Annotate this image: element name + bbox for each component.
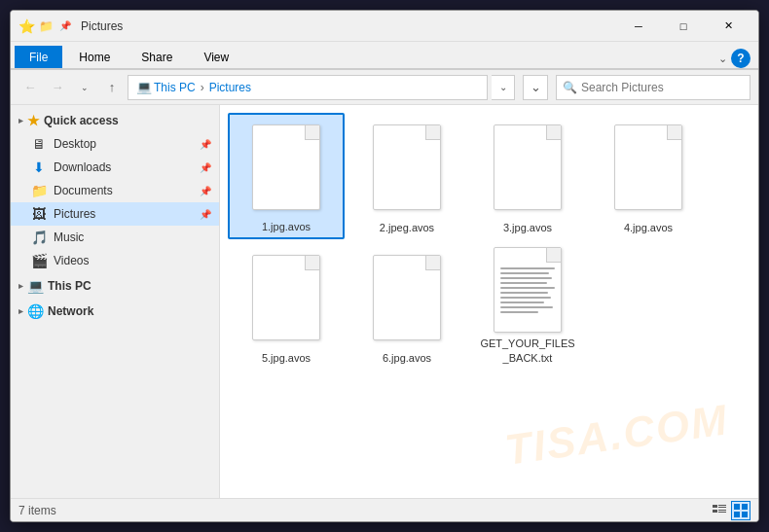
tab-home[interactable]: Home — [64, 46, 125, 68]
file-icon-wrapper — [353, 118, 460, 217]
svg-rect-5 — [718, 512, 726, 513]
forward-button[interactable]: → — [46, 76, 69, 99]
maximize-button[interactable]: □ — [661, 11, 706, 42]
title-bar-folder-icon: 📁 — [38, 20, 54, 32]
path-thispc[interactable]: This PC — [154, 81, 196, 94]
sidebar-item-music[interactable]: 🎵 Music — [11, 226, 219, 249]
svg-rect-4 — [718, 510, 726, 511]
file-doc-icon — [252, 255, 320, 340]
explorer-window: ⭐ 📁 📌 Pictures ─ □ ✕ File Home Share Vie… — [10, 10, 759, 522]
thispc-icon: 💻 — [27, 278, 44, 294]
search-input[interactable] — [581, 81, 744, 94]
sidebar-section-thispc: ▸ 💻 This PC — [11, 274, 219, 298]
search-box[interactable]: 🔍 — [556, 75, 751, 100]
file-item[interactable]: 1.jpg.avos — [228, 113, 345, 239]
address-dropdown-button[interactable]: ⌄ — [492, 75, 515, 100]
svg-rect-0 — [713, 505, 717, 508]
desktop-pin-icon: 📌 — [200, 139, 211, 150]
title-bar-icons: ⭐ 📁 📌 — [18, 20, 73, 32]
file-icon-wrapper — [474, 247, 581, 333]
file-doc-icon-text — [494, 247, 562, 333]
title-bar-pin-icon: 📌 — [57, 20, 73, 32]
thispc-label: This PC — [48, 279, 92, 293]
up-button[interactable]: ↑ — [100, 76, 124, 99]
window-title: Pictures — [81, 19, 616, 33]
file-name: 4.jpg.avos — [624, 221, 673, 234]
file-icon-wrapper — [474, 118, 581, 217]
file-item[interactable]: 4.jpg.avos — [590, 113, 707, 239]
address-path[interactable]: 💻 This PC › Pictures — [128, 75, 488, 100]
file-item[interactable]: 3.jpg.avos — [469, 113, 586, 239]
path-icon: 💻 — [136, 80, 152, 94]
minimize-button[interactable]: ─ — [616, 11, 661, 42]
sidebar-downloads-label: Downloads — [54, 160, 200, 174]
sidebar-item-documents[interactable]: 📁 Documents 📌 — [11, 179, 219, 202]
svg-rect-1 — [718, 505, 726, 506]
sidebar-videos-label: Videos — [54, 254, 211, 267]
sidebar-section-quick-access: ▸ ★ Quick access 🖥 Desktop 📌 ⬇ Downloads… — [11, 109, 219, 272]
documents-icon: 📁 — [30, 183, 48, 198]
large-icons-view-button[interactable] — [731, 501, 751, 520]
tab-share[interactable]: Share — [127, 46, 187, 68]
file-doc-icon — [614, 124, 682, 210]
large-icons-view-icon — [734, 504, 748, 517]
music-icon: 🎵 — [30, 230, 48, 245]
sidebar-pictures-label: Pictures — [54, 207, 200, 221]
sidebar-music-label: Music — [54, 231, 211, 244]
address-bar: ← → ⌄ ↑ 💻 This PC › Pictures ⌄ ⌄ 🔍 — [11, 70, 758, 105]
svg-rect-9 — [742, 512, 748, 517]
quick-access-label: Quick access — [44, 114, 119, 127]
file-doc-icon — [494, 124, 562, 210]
file-doc-icon — [252, 124, 320, 210]
file-icon-wrapper — [233, 248, 340, 347]
path-pictures[interactable]: Pictures — [209, 81, 251, 94]
title-bar-app-icon: ⭐ — [18, 20, 34, 32]
file-grid: TISA.COM 1.jpg.avos 2.jpeg.avos — [220, 105, 758, 498]
file-item[interactable]: 5.jpg.avos — [228, 243, 345, 370]
close-button[interactable]: ✕ — [706, 11, 751, 42]
ribbon-collapse-icon[interactable]: ⌄ — [718, 53, 727, 65]
quick-access-star-icon: ★ — [27, 113, 40, 128]
sidebar-item-desktop[interactable]: 🖥 Desktop 📌 — [11, 132, 219, 156]
network-icon: 🌐 — [27, 303, 44, 319]
videos-icon: 🎬 — [30, 253, 48, 268]
history-dropdown-button[interactable]: ⌄ — [73, 76, 96, 99]
details-view-button[interactable] — [710, 501, 729, 520]
sidebar-thispc-header[interactable]: ▸ 💻 This PC — [11, 274, 219, 298]
back-button[interactable]: ← — [18, 76, 42, 99]
downloads-pin-icon: 📌 — [200, 162, 211, 173]
file-icon-wrapper — [353, 248, 460, 347]
title-bar: ⭐ 📁 📌 Pictures ─ □ ✕ — [11, 11, 758, 42]
view-buttons — [710, 501, 751, 520]
search-icon: 🔍 — [563, 81, 577, 94]
file-item[interactable]: 6.jpg.avos — [348, 243, 465, 370]
downloads-icon: ⬇ — [30, 160, 48, 175]
sidebar-item-downloads[interactable]: ⬇ Downloads 📌 — [11, 156, 219, 179]
svg-rect-6 — [734, 504, 740, 510]
files-container: 1.jpg.avos 2.jpeg.avos 3.jpg.avos — [228, 113, 751, 490]
refresh-button[interactable]: ⌄ — [523, 75, 548, 100]
quick-access-arrow-icon: ▸ — [18, 116, 23, 125]
sidebar-item-pictures[interactable]: 🖼 Pictures 📌 — [11, 202, 219, 226]
ribbon-tabs: File Home Share View ⌄ ? — [11, 42, 758, 69]
text-lines — [500, 267, 555, 316]
path-sep1: › — [201, 81, 204, 94]
status-bar: 7 items — [11, 498, 758, 521]
documents-pin-icon: 📌 — [200, 186, 211, 196]
file-icon-wrapper — [595, 118, 702, 217]
file-item[interactable]: 2.jpeg.avos — [348, 113, 465, 239]
sidebar-item-videos[interactable]: 🎬 Videos — [11, 249, 219, 272]
tab-view[interactable]: View — [189, 46, 243, 68]
sidebar: ▸ ★ Quick access 🖥 Desktop 📌 ⬇ Downloads… — [11, 105, 220, 498]
network-arrow-icon: ▸ — [18, 306, 23, 316]
sidebar-quick-access-header[interactable]: ▸ ★ Quick access — [11, 109, 219, 132]
ribbon: File Home Share View ⌄ ? — [11, 42, 758, 70]
help-button[interactable]: ? — [731, 49, 751, 68]
sidebar-documents-label: Documents — [54, 184, 200, 197]
sidebar-network-header[interactable]: ▸ 🌐 Network — [11, 300, 219, 323]
tab-file[interactable]: File — [15, 46, 62, 68]
file-name: GET_YOUR_FILES_BACK.txt — [480, 337, 574, 365]
file-item[interactable]: GET_YOUR_FILES_BACK.txt — [469, 243, 586, 370]
pictures-icon: 🖼 — [30, 206, 48, 222]
sidebar-desktop-label: Desktop — [54, 137, 200, 151]
